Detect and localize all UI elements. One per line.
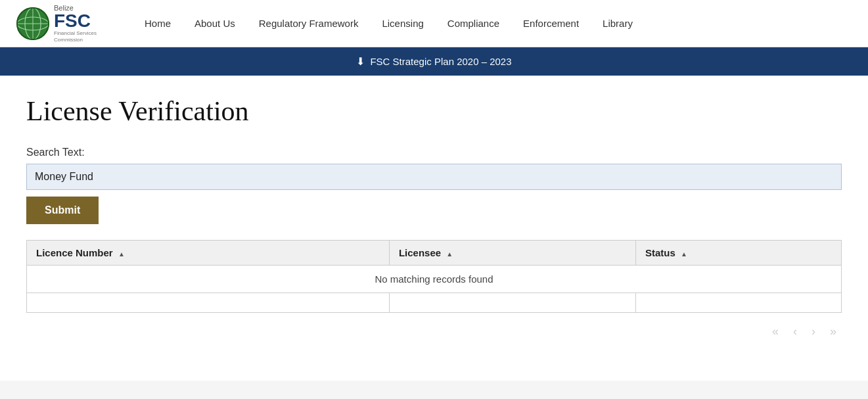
search-input[interactable] — [26, 164, 842, 190]
nav-item-home[interactable]: Home — [133, 11, 183, 35]
col-status[interactable]: Status ▲ — [635, 241, 841, 266]
main-content: License Verification Search Text: Submit… — [0, 76, 868, 381]
search-label: Search Text: — [26, 147, 842, 158]
pagination-prev[interactable]: ‹ — [788, 322, 802, 341]
download-icon: ⬇ — [356, 55, 365, 68]
nav-item-compliance[interactable]: Compliance — [436, 11, 511, 35]
pagination: « ‹ › » — [26, 322, 842, 341]
col-status-label: Status — [645, 247, 675, 258]
table-header: Licence Number ▲ Licensee ▲ Status ▲ — [27, 241, 842, 266]
nav-item-licensing[interactable]: Licensing — [370, 11, 435, 35]
table-body: No matching records found — [27, 266, 842, 313]
logo-globe-icon — [16, 7, 50, 41]
navbar: Belize FSC Financial Services Commission… — [0, 0, 868, 47]
announcement-banner[interactable]: ⬇ FSC Strategic Plan 2020 – 2023 — [0, 47, 868, 76]
empty-cell-3 — [635, 293, 841, 313]
sort-licence-icon: ▲ — [118, 250, 125, 258]
col-licensee[interactable]: Licensee ▲ — [389, 241, 635, 266]
pagination-first[interactable]: « — [767, 322, 784, 341]
col-licence-number-label: Licence Number — [36, 247, 113, 258]
main-nav: Home About Us Regulatory Framework Licen… — [133, 11, 645, 35]
sort-licensee-icon: ▲ — [446, 250, 453, 258]
col-licence-number[interactable]: Licence Number ▲ — [27, 241, 390, 266]
empty-row — [27, 293, 842, 313]
no-records-row: No matching records found — [27, 266, 842, 293]
empty-cell-1 — [27, 293, 390, 313]
logo-fsc-text: FSC — [54, 12, 113, 30]
submit-button[interactable]: Submit — [26, 197, 99, 224]
nav-item-about[interactable]: About Us — [183, 11, 247, 35]
col-licensee-label: Licensee — [399, 247, 441, 258]
banner-text: FSC Strategic Plan 2020 – 2023 — [370, 56, 511, 67]
logo[interactable]: Belize FSC Financial Services Commission — [16, 4, 113, 43]
logo-subtitle-text: Financial Services Commission — [54, 30, 113, 43]
empty-cell-2 — [389, 293, 635, 313]
nav-item-library[interactable]: Library — [591, 11, 645, 35]
results-table-wrapper: Licence Number ▲ Licensee ▲ Status ▲ No … — [26, 240, 842, 341]
page-title: License Verification — [26, 95, 842, 127]
nav-item-enforcement[interactable]: Enforcement — [511, 11, 591, 35]
search-section: Search Text: Submit — [26, 147, 842, 224]
results-table: Licence Number ▲ Licensee ▲ Status ▲ No … — [26, 240, 842, 313]
nav-item-regulatory[interactable]: Regulatory Framework — [247, 11, 371, 35]
sort-status-icon: ▲ — [681, 250, 687, 258]
no-records-message: No matching records found — [27, 266, 842, 293]
pagination-last[interactable]: » — [825, 322, 842, 341]
pagination-next[interactable]: › — [806, 322, 821, 341]
